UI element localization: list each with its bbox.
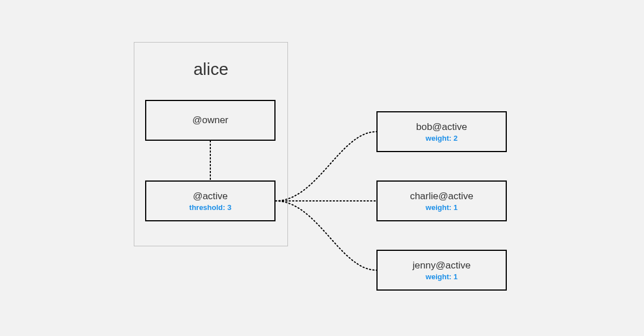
delegate-jenny-box: jenny@active weight: 1 <box>376 250 507 291</box>
delegate-charlie-label: charlie@active <box>410 191 473 202</box>
delegate-jenny-label: jenny@active <box>413 260 471 271</box>
delegate-bob-label: bob@active <box>416 121 467 133</box>
delegate-bob-weight: weight: 2 <box>426 134 457 142</box>
delegate-jenny-weight: weight: 1 <box>426 272 457 281</box>
permission-active-threshold: threshold: 3 <box>189 203 231 212</box>
delegate-charlie-box: charlie@active weight: 1 <box>376 180 507 221</box>
permission-owner-label: @owner <box>192 115 228 126</box>
delegate-bob-box: bob@active weight: 2 <box>376 111 507 152</box>
connector-lines <box>0 0 644 336</box>
permission-owner-box: @owner <box>145 100 276 141</box>
permission-active-box: @active threshold: 3 <box>145 180 276 221</box>
delegate-charlie-weight: weight: 1 <box>426 203 457 212</box>
account-name: alice <box>134 60 287 79</box>
permission-active-label: @active <box>193 191 228 202</box>
